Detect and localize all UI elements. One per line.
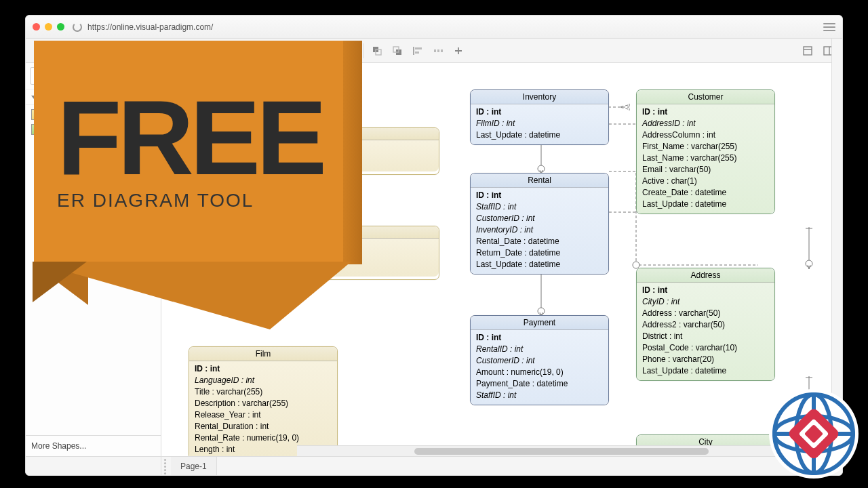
distribute-icon[interactable] (428, 41, 448, 60)
svg-rect-10 (214, 46, 218, 48)
hamburger-icon[interactable] (823, 23, 835, 31)
entity-attribute: Address : varchar(50) (642, 308, 769, 319)
entity-attribute: ID : int (195, 363, 332, 375)
entity-title: Rental (471, 174, 608, 188)
add-icon[interactable] (448, 41, 469, 60)
entity-attribute: Title : varchar(255) (195, 386, 332, 398)
entity-attribute: District : int (642, 331, 769, 342)
zoom-out-icon[interactable] (103, 41, 123, 60)
entity-attribute: AddressID : int (642, 118, 769, 129)
entity-attribute: ID : int (476, 332, 603, 344)
svg-rect-15 (302, 49, 307, 54)
entity-body: ID : intFilmID : intLast_Update : dateti… (471, 104, 608, 144)
zoom-in-icon[interactable] (159, 41, 180, 60)
align-icon[interactable] (408, 41, 428, 60)
stroke-icon[interactable] (273, 41, 294, 60)
entity-attribute: Rental_Duration : int (195, 421, 332, 432)
svg-rect-25 (437, 49, 439, 52)
entity-customer[interactable]: Customer ID : intAddressID : intAddressC… (636, 89, 775, 214)
copy-icon[interactable] (186, 41, 206, 60)
entity-address[interactable]: Address ID : intCityID : intAddress : va… (636, 268, 775, 381)
tab-grip-icon[interactable] (161, 455, 171, 476)
zoom-dropdown[interactable]: 100% (123, 46, 159, 56)
svg-rect-11 (235, 47, 239, 48)
save-icon[interactable] (30, 41, 50, 60)
fill-icon[interactable] (253, 41, 273, 60)
canvas[interactable]: Inventory ID : intFilmID : intLast_Updat… (161, 63, 842, 456)
palette-label: En (39, 92, 50, 102)
vp-logo-icon (766, 386, 861, 481)
zoom-label: 100% (127, 46, 149, 56)
entity-attribute: CustomerID : int (476, 355, 603, 367)
entity-body: ID : intStaffID : intCustomerID : intInv… (471, 188, 608, 274)
entity-attribute: First_Name : varchar(255) (642, 141, 769, 152)
entity-shape-green[interactable] (31, 124, 58, 135)
entity-attribute: StaffID : int (476, 201, 603, 213)
entity-shape-yellow[interactable] (31, 109, 58, 120)
entity-attribute: Phone : varchar(20) (642, 354, 769, 365)
entity-hidden-1[interactable] (317, 127, 439, 175)
more-shapes-link[interactable]: More Shapes... (26, 435, 161, 456)
entity-attribute: Last_Update : datetime (642, 199, 769, 210)
paste-icon[interactable] (206, 41, 226, 60)
shadow-icon[interactable] (294, 41, 314, 60)
connector-elbow-icon[interactable] (340, 41, 361, 60)
entity-title: Address (637, 268, 774, 283)
svg-line-1 (115, 53, 118, 56)
sidebar: En More Shapes... (26, 63, 161, 456)
entity-attribute: CityID : int (642, 296, 769, 308)
app-window: https://online.visual-paradigm.com/ 100% (25, 15, 843, 476)
entity-title: Film (189, 347, 337, 361)
chevron-down-icon (150, 49, 155, 52)
svg-line-4 (172, 53, 174, 56)
entity-attribute: Rental_Date : datetime (476, 236, 603, 247)
entity-body: ID : intLanguageID : intTitle : varchar(… (189, 361, 337, 456)
entity-attribute: LanguageID : int (195, 375, 332, 386)
entity-attribute: ID : int (476, 106, 603, 118)
search-input[interactable] (30, 67, 157, 85)
entity-payment[interactable]: Payment ID : intRentalID : intCustomerID… (470, 315, 609, 405)
svg-rect-13 (279, 54, 288, 56)
svg-point-37 (806, 260, 812, 267)
entity-title: Customer (637, 90, 774, 104)
delete-icon[interactable] (226, 41, 247, 60)
entity-attribute: ID : int (642, 106, 769, 118)
entity-attribute: Release_Year : int (195, 409, 332, 421)
toolbar: 100% (26, 39, 842, 63)
titlebar: https://online.visual-paradigm.com/ (26, 16, 842, 39)
palette-section[interactable]: En (26, 89, 161, 105)
entity-attribute: Payment_Date : datetime (476, 378, 603, 390)
bring-front-icon[interactable] (367, 41, 387, 60)
entity-hidden-2[interactable] (317, 226, 439, 280)
page-tab[interactable]: Page-1 (171, 457, 217, 475)
entity-attribute: ID : int (476, 190, 603, 201)
url-text: https://online.visual-paradigm.com/ (87, 22, 213, 32)
svg-rect-29 (804, 47, 812, 55)
entity-attribute: AddressColumn : int (642, 129, 769, 141)
svg-point-36 (538, 308, 545, 314)
send-back-icon[interactable] (387, 41, 408, 60)
entity-attribute: Address2 : varchar(50) (642, 319, 769, 331)
entity-inventory[interactable]: Inventory ID : intFilmID : intLast_Updat… (470, 89, 609, 145)
entity-attribute: Last_Update : datetime (642, 365, 769, 377)
maximize-icon[interactable] (57, 23, 64, 30)
svg-rect-22 (415, 47, 422, 49)
connector-straight-icon[interactable] (320, 41, 340, 60)
entity-attribute: Rental_Rate : numeric(19, 0) (195, 432, 332, 444)
entity-body: ID : intAddressID : intAddressColumn : i… (637, 104, 774, 214)
format-panel-icon[interactable] (797, 41, 818, 60)
entity-film[interactable]: Film ID : intLanguageID : intTitle : var… (189, 346, 338, 456)
close-icon[interactable] (33, 23, 40, 30)
h-scrollbar[interactable] (297, 445, 831, 456)
entity-title: Inventory (471, 90, 608, 104)
undo-icon[interactable] (56, 41, 77, 60)
minimize-icon[interactable] (45, 23, 52, 30)
entity-attribute: Description : varchar(255) (195, 398, 332, 409)
redo-icon[interactable] (77, 41, 97, 60)
palette-body (26, 105, 161, 435)
reload-icon[interactable] (73, 22, 82, 32)
entity-rental[interactable]: Rental ID : intStaffID : intCustomerID :… (470, 173, 609, 274)
chevron-down-icon (31, 96, 37, 99)
entity-attribute: CustomerID : int (476, 213, 603, 224)
svg-rect-23 (415, 52, 419, 54)
